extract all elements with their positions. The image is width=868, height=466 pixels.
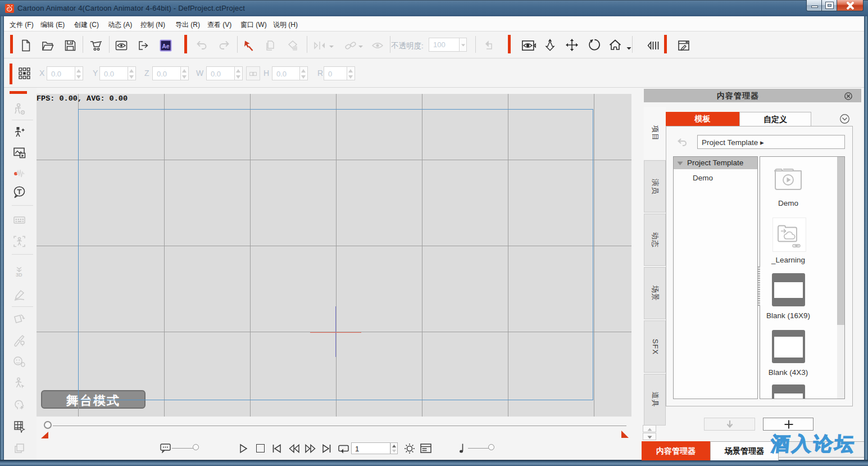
svg-text:Ae: Ae bbox=[162, 43, 170, 49]
svg-text:3D: 3D bbox=[16, 272, 22, 278]
